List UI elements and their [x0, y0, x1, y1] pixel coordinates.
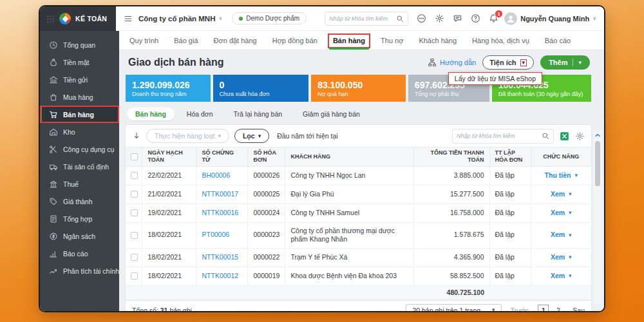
tab-don-dat-hang[interactable]: Đơn đặt hàng — [214, 31, 257, 50]
utilities-dropdown-menu[interactable]: Lấy dữ liệu từ MISA eShop — [448, 72, 542, 85]
filter-button[interactable]: Lọc — [234, 129, 269, 143]
column-header-so-chung-tu[interactable]: SỐ CHỨNG TỪ — [196, 147, 248, 167]
tab-hop-dong-ban[interactable]: Hợp đồng bán — [272, 31, 317, 50]
record-unit: bản ghi — [169, 307, 191, 311]
add-button[interactable]: Thêm — [540, 55, 590, 70]
column-header-ngay-hach-toan[interactable]: NGÀY HẠCH TOÁN — [142, 147, 196, 167]
column-header-tong-tien-thanh-toan[interactable]: TỔNG TIỀN THANH TOÁN — [413, 147, 489, 167]
notifications-button[interactable]: 1 — [489, 14, 498, 23]
row-action-button[interactable]: Thu tiền — [545, 171, 578, 180]
subtab-hoa-don[interactable]: Hóa đơn — [178, 108, 222, 120]
sidebar-item-phan-tich-tai-chinh[interactable]: Phân tích tài chính — [40, 262, 119, 279]
table-settings-icon[interactable] — [575, 131, 585, 141]
doc-no-link[interactable]: BH00006 — [202, 171, 230, 179]
row-action-button[interactable]: Xem — [551, 209, 572, 218]
utilities-button[interactable]: Tiện ích — [482, 55, 534, 70]
tools-icon — [49, 145, 58, 154]
help-icon[interactable] — [471, 14, 480, 23]
doc-no-link[interactable]: NTTK00015 — [202, 253, 238, 261]
global-search-input[interactable] — [329, 15, 393, 22]
row-action-button[interactable]: Xem — [551, 231, 572, 240]
doc-no-link[interactable]: NTTK00017 — [202, 190, 238, 198]
stat-label: Tổng nợ phải thu — [415, 91, 483, 97]
sidebar-item-kho[interactable]: Kho — [40, 123, 119, 140]
scroll-up-icon[interactable] — [594, 131, 601, 139]
tab-quy-trinh[interactable]: Quy trình — [129, 31, 158, 50]
prev-page-button[interactable]: Trước — [511, 307, 529, 311]
column-header-khach-hang[interactable]: KHÁCH HÀNG — [285, 147, 413, 167]
row-checkbox[interactable] — [131, 172, 138, 179]
stat-card-no-qua-han[interactable]: 83.100.050Nợ quá hạn — [311, 75, 406, 102]
batch-action-button[interactable]: Thực hiện hàng loạt — [146, 129, 229, 143]
menu-toggle-icon[interactable] — [124, 14, 133, 23]
doc-no-link[interactable]: PT00006 — [202, 231, 229, 238]
row-action-button[interactable]: Xem — [551, 272, 572, 281]
vertical-scrollbar-thumb[interactable] — [595, 141, 600, 186]
row-action-label: Xem — [551, 253, 565, 262]
sidebar-item-ngan-sach[interactable]: Ngân sách — [40, 227, 119, 245]
more-options-icon[interactable] — [417, 14, 426, 23]
column-header-tt-lap-hoa-don[interactable]: TT LẬP HÓA ĐƠN — [489, 147, 531, 167]
sidebar-item-tong-quan[interactable]: Tổng quan — [40, 36, 119, 53]
subtab-ban-hang[interactable]: Bán hàng — [127, 108, 175, 120]
subtab-tra-lai-hang-ban[interactable]: Trả lại hàng bán — [225, 108, 291, 120]
sidebar-item-gia-thanh[interactable]: Giá thành — [40, 193, 119, 210]
page-button-2[interactable]: 2 — [553, 305, 564, 311]
row-checkbox[interactable] — [131, 254, 138, 261]
column-header-chuc-nang[interactable]: CHỨC NĂNG — [531, 147, 591, 167]
fixed-asset-icon — [49, 162, 58, 171]
next-page-button[interactable]: Sau — [573, 307, 585, 311]
vertical-scrollbar[interactable] — [593, 130, 602, 305]
sort-download-icon[interactable] — [132, 131, 141, 140]
settings-icon[interactable] — [435, 14, 444, 23]
row-checkbox[interactable] — [131, 272, 138, 279]
row-action-button[interactable]: Xem — [551, 190, 572, 199]
sidebar-item-tien-mat[interactable]: Tiền mặt — [40, 53, 119, 71]
doc-no-cell: NTTK00012 — [196, 267, 248, 285]
doc-no-link[interactable]: NTTK00016 — [202, 209, 238, 216]
sidebar-item-tong-hop[interactable]: Tổng hợp — [40, 210, 119, 227]
doc-no-cell: NTTK00017 — [196, 185, 248, 204]
subtab-giam-gia-hang-ban[interactable]: Giảm giá hàng bán — [294, 108, 368, 120]
sub-tabs: Bán hàngHóa đơnTrả lại hàng bánGiảm giá … — [127, 108, 590, 120]
column-header-so-hoa-don[interactable]: SỐ HÓA ĐƠN — [248, 147, 285, 167]
row-checkbox[interactable] — [131, 232, 138, 239]
sidebar-item-tien-gui[interactable]: Tiền gửi — [40, 71, 119, 88]
row-action-button[interactable]: Xem — [551, 253, 572, 262]
tab-hang-hoa-dich-vu[interactable]: Hàng hóa, dịch vụ — [472, 31, 529, 50]
sidebar-item-bao-cao[interactable]: Báo cáo — [40, 245, 119, 262]
tab-thu-no[interactable]: Thu nợ — [381, 31, 403, 50]
table-search-input[interactable] — [457, 133, 539, 139]
sidebar-item-thue[interactable]: Thuế — [40, 175, 119, 193]
period-label[interactable]: Đầu năm tới hiện tại — [277, 132, 337, 140]
user-menu[interactable]: Nguyễn Quang Minh — [504, 12, 596, 25]
sidebar-item-label: Thuế — [63, 180, 79, 188]
sidebar-item-tai-san-co-dinh[interactable]: Tài sản cố định — [40, 158, 119, 175]
row-checkbox[interactable] — [131, 191, 138, 198]
stat-card-doanh-thu-trong-nam[interactable]: 1.290.099.026Doanh thu trong năm — [126, 75, 211, 102]
invoice-no-cell: 0000022 — [248, 248, 285, 267]
row-checkbox[interactable] — [131, 209, 138, 216]
select-all-checkbox[interactable] — [131, 153, 138, 160]
total-amount-cell: 3.885.000 — [413, 166, 489, 185]
sidebar-item-mua-hang[interactable]: Mua hàng — [40, 88, 119, 106]
stat-card-chua-xuat-hoa-don[interactable]: 0Chưa xuất hóa đơn — [213, 75, 309, 102]
export-excel-icon[interactable] — [560, 131, 569, 141]
tab-ban-hang[interactable]: Bán hàng — [333, 31, 365, 50]
sidebar-item-label: Ngân sách — [63, 232, 95, 240]
company-selector[interactable]: Công ty cổ phần MNH — [138, 15, 222, 23]
help-guide-link[interactable]: Hướng dẫn — [428, 58, 476, 67]
sidebar-item-label: Mua hàng — [63, 93, 93, 101]
doc-no-cell: PT00006 — [196, 222, 248, 248]
sidebar-item-ban-hang[interactable]: Bán hàng — [40, 106, 119, 123]
sidebar-item-cong-cu-dung-cu[interactable]: Công cụ dụng cụ — [40, 140, 119, 158]
tab-bao-cao[interactable]: Báo cáo — [545, 31, 571, 50]
doc-no-link[interactable]: NTTK00012 — [202, 272, 238, 279]
utilities-menu-item[interactable]: Lấy dữ liệu từ MISA eShop — [455, 75, 536, 82]
tab-khach-hang[interactable]: Khách hàng — [419, 31, 457, 50]
page-button-1[interactable]: 1 — [538, 305, 549, 311]
feedback-chat-icon[interactable] — [453, 14, 462, 23]
page-size-select[interactable]: 20 bản ghi trên 1 trang — [406, 304, 501, 311]
app-launcher-icon[interactable] — [46, 15, 55, 23]
tab-bao-gia[interactable]: Báo giá — [174, 31, 198, 50]
